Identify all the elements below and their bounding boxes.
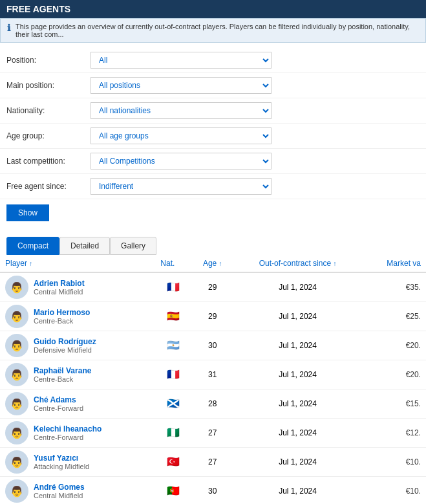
table-row: 👨 Raphaël Varane Centre-Back 🇫🇷 31 Jul 1… [0, 360, 426, 389]
player-age-7: 30 [191, 477, 234, 505]
players-table: Player ↑ Nat. Age ↑ Out-of-contract sinc… [0, 255, 426, 504]
last-competition-label: Last competition: [6, 157, 91, 166]
player-avatar-4: 👨 [5, 392, 28, 415]
player-contract-since-7: Jul 1, 2024 [234, 477, 361, 505]
table-row: 👨 Ché Adams Centre-Forward 🏴󠁧󠁢󠁳󠁣󠁴󠁿 28 Ju… [0, 389, 426, 419]
player-name-3[interactable]: Raphaël Varane [34, 366, 91, 375]
player-nationality-6: 🇹🇷 [155, 448, 191, 477]
player-market-value-4: €15. [361, 389, 426, 419]
player-cell-0: 👨 Adrien Rabiot Central Midfield [0, 272, 155, 302]
tab-compact[interactable]: Compact [6, 237, 59, 255]
player-name-6[interactable]: Yusuf Yazıcı [34, 454, 89, 463]
player-nationality-4: 🏴󠁧󠁢󠁳󠁣󠁴󠁿 [155, 389, 191, 419]
nationality-value-container: All nationalities [91, 102, 420, 119]
age-group-label: Age group: [6, 131, 91, 140]
table-row: 👨 Mario Hermoso Centre-Back 🇪🇸 29 Jul 1,… [0, 302, 426, 331]
player-age-4: 28 [191, 389, 234, 419]
position-select[interactable]: All [91, 52, 272, 69]
col-contract-since[interactable]: Out-of-contract since ↑ [234, 255, 361, 272]
age-group-filter-row: Age group: All age groups [0, 124, 426, 149]
player-contract-since-3: Jul 1, 2024 [234, 360, 361, 389]
position-filter-row: Position: All [0, 48, 426, 73]
player-cell-4: 👨 Ché Adams Centre-Forward [0, 389, 155, 419]
flag-icon-5: 🇳🇬 [167, 428, 180, 436]
player-age-5: 27 [191, 419, 234, 448]
filter-section: Position: All Main position: All positio… [0, 43, 426, 232]
player-age-6: 27 [191, 448, 234, 477]
player-name-1[interactable]: Mario Hermoso [34, 308, 90, 317]
nationality-select[interactable]: All nationalities [91, 102, 272, 119]
player-nationality-2: 🇦🇷 [155, 331, 191, 360]
players-table-container: Player ↑ Nat. Age ↑ Out-of-contract sinc… [0, 255, 426, 504]
player-nationality-1: 🇪🇸 [155, 302, 191, 331]
tab-detailed[interactable]: Detailed [59, 237, 110, 255]
main-position-label: Main position: [6, 81, 91, 90]
player-position-7: Central Midfield [34, 492, 85, 499]
player-nationality-7: 🇵🇹 [155, 477, 191, 505]
header-title: FREE AGENTS [6, 4, 70, 14]
player-cell-2: 👨 Guido Rodríguez Defensive Midfield [0, 331, 155, 360]
player-position-5: Centre-Forward [34, 433, 101, 441]
page-header: FREE AGENTS [0, 0, 426, 18]
flag-icon-7: 🇵🇹 [167, 486, 180, 494]
last-competition-select[interactable]: All Competitions [91, 153, 272, 170]
player-age-3: 31 [191, 360, 234, 389]
player-contract-since-1: Jul 1, 2024 [234, 302, 361, 331]
player-position-4: Centre-Forward [34, 404, 83, 412]
table-row: 👨 Adrien Rabiot Central Midfield 🇫🇷 29 J… [0, 272, 426, 302]
player-name-4[interactable]: Ché Adams [34, 395, 83, 404]
player-avatar-1: 👨 [5, 305, 28, 328]
player-position-1: Centre-Back [34, 317, 90, 325]
player-nationality-0: 🇫🇷 [155, 272, 191, 302]
player-contract-since-0: Jul 1, 2024 [234, 272, 361, 302]
player-age-1: 29 [191, 302, 234, 331]
position-label: Position: [6, 56, 91, 65]
show-button[interactable]: Show [6, 204, 49, 221]
table-header-row: Player ↑ Nat. Age ↑ Out-of-contract sinc… [0, 255, 426, 272]
player-cell-6: 👨 Yusuf Yazıcı Attacking Midfield [0, 448, 155, 477]
player-name-2[interactable]: Guido Rodríguez [34, 337, 96, 346]
free-agent-since-filter-row: Free agent since: Indifferent [0, 174, 426, 199]
flag-icon-0: 🇫🇷 [167, 282, 180, 290]
col-age[interactable]: Age ↑ [191, 255, 234, 272]
player-position-0: Central Midfield [34, 288, 85, 296]
player-position-2: Defensive Midfield [34, 346, 96, 354]
player-name-7[interactable]: André Gomes [34, 483, 85, 492]
main-position-select[interactable]: All positions [91, 77, 272, 94]
age-group-select[interactable]: All age groups [91, 127, 272, 144]
flag-icon-3: 🇫🇷 [167, 369, 180, 378]
table-row: 👨 André Gomes Central Midfield 🇵🇹 30 Jul… [0, 477, 426, 505]
player-avatar-7: 👨 [5, 479, 28, 503]
player-market-value-7: €10. [361, 477, 426, 505]
player-sort-icon: ↑ [29, 260, 32, 267]
age-sort-icon: ↑ [219, 260, 222, 267]
player-contract-since-6: Jul 1, 2024 [234, 448, 361, 477]
player-cell-5: 👨 Kelechi Iheanacho Centre-Forward [0, 419, 155, 448]
col-player[interactable]: Player ↑ [0, 255, 155, 272]
free-agent-since-label: Free agent since: [6, 182, 91, 191]
player-age-0: 29 [191, 272, 234, 302]
player-market-value-6: €10. [361, 448, 426, 477]
table-row: 👨 Yusuf Yazıcı Attacking Midfield 🇹🇷 27 … [0, 448, 426, 477]
player-name-5[interactable]: Kelechi Iheanacho [34, 424, 101, 433]
tab-gallery[interactable]: Gallery [110, 237, 156, 255]
player-market-value-0: €35. [361, 272, 426, 302]
player-contract-since-5: Jul 1, 2024 [234, 419, 361, 448]
player-nationality-5: 🇳🇬 [155, 419, 191, 448]
free-agent-since-select[interactable]: Indifferent [91, 178, 272, 195]
position-value-container: All [91, 52, 420, 69]
nationality-label: Nationality: [6, 106, 91, 115]
free-agent-since-value-container: Indifferent [91, 178, 420, 195]
age-group-value-container: All age groups [91, 127, 420, 144]
flag-icon-2: 🇦🇷 [167, 340, 180, 349]
player-cell-7: 👨 André Gomes Central Midfield [0, 477, 155, 505]
player-name-0[interactable]: Adrien Rabiot [34, 279, 85, 288]
player-market-value-1: €25. [361, 302, 426, 331]
player-cell-3: 👨 Raphaël Varane Centre-Back [0, 360, 155, 389]
col-market-value[interactable]: Market va [361, 255, 426, 272]
player-market-value-5: €12. [361, 419, 426, 448]
flag-icon-6: 🇹🇷 [167, 457, 180, 465]
info-bar: ℹ This page provides an overview of curr… [0, 18, 426, 43]
player-contract-since-2: Jul 1, 2024 [234, 331, 361, 360]
player-contract-since-4: Jul 1, 2024 [234, 389, 361, 419]
